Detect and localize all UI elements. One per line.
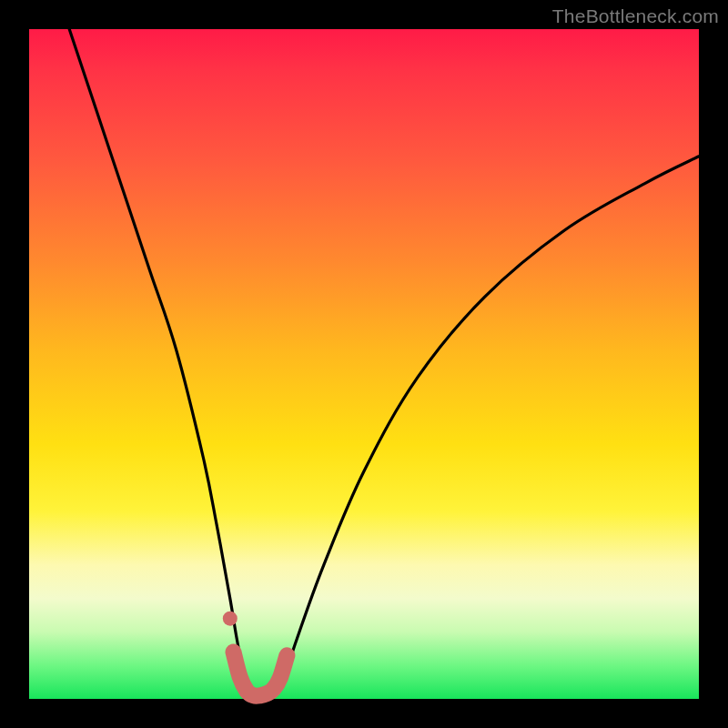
frame: TheBottleneck.com [0, 0, 728, 728]
bottleneck-curve-path [69, 29, 699, 700]
plot-area [29, 29, 699, 699]
watermark-text: TheBottleneck.com [552, 5, 719, 27]
highlight-bottom-path [234, 652, 288, 696]
chart-svg [29, 29, 699, 699]
highlight-dot [223, 612, 238, 626]
